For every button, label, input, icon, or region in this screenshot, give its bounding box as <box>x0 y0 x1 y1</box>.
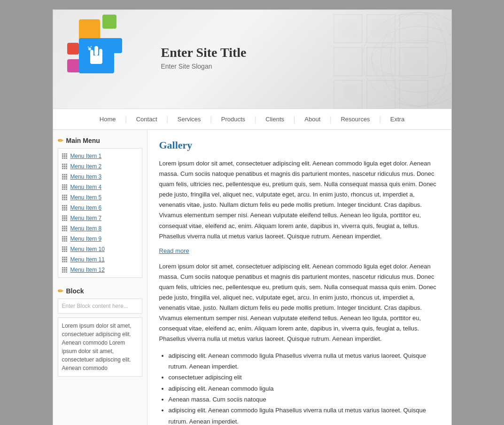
site-title-area: Enter Site Title Enter Site Slogan <box>161 45 247 70</box>
page-wrapper: Enter Site Title Enter Site Slogan Home … <box>53 9 452 425</box>
nav-link-extra[interactable]: Extra <box>381 109 414 129</box>
list-item[interactable]: Menu Item 5 <box>58 192 142 203</box>
list-item[interactable]: Menu Item 9 <box>58 234 142 244</box>
grid-icon-10 <box>62 246 68 252</box>
content-list: adipiscing elit. Aenean commodo ligula P… <box>159 350 440 425</box>
menu-item-7[interactable]: Menu Item 7 <box>70 215 102 221</box>
svg-rect-11 <box>404 52 423 71</box>
grid-icon-6 <box>62 205 68 211</box>
grid-icon-7 <box>62 215 68 221</box>
list-item[interactable]: Menu Item 8 <box>58 223 142 234</box>
svg-point-27 <box>91 46 92 47</box>
svg-point-26 <box>88 47 89 48</box>
site-slogan: Enter Site Slogan <box>161 63 247 70</box>
block-input[interactable]: Enter Block content here... <box>58 299 142 314</box>
grid-icon-11 <box>62 257 68 262</box>
nav-item-products[interactable]: Products <box>212 109 255 129</box>
logo-square-green <box>102 15 116 29</box>
svg-rect-3 <box>334 47 362 76</box>
main-menu-label: Main Menu <box>66 137 100 144</box>
list-item: consectetuer adipiscing elit <box>169 372 440 383</box>
nav-link-contact[interactable]: Contact <box>127 109 167 129</box>
menu-item-12[interactable]: Menu Item 12 <box>70 267 105 273</box>
grid-icon-12 <box>62 267 68 273</box>
list-item[interactable]: Menu Item 6 <box>58 203 142 213</box>
list-item[interactable]: Menu Item 1 <box>58 151 142 161</box>
svg-point-25 <box>88 47 91 50</box>
sidebar: ✏ Main Menu Menu Item 1 Menu Item 2 Menu… <box>53 130 147 425</box>
grid-icon-9 <box>62 236 68 242</box>
logo-icon <box>53 10 126 83</box>
svg-rect-24 <box>90 55 102 64</box>
menu-item-9[interactable]: Menu Item 9 <box>70 236 102 242</box>
nav-item-services[interactable]: Services <box>168 109 210 129</box>
nav-link-about[interactable]: About <box>295 109 330 129</box>
grid-icon-4 <box>62 184 68 190</box>
block-text: Lorem ipsum dolor sit amet, consectetuer… <box>58 317 142 377</box>
list-item[interactable]: Menu Item 10 <box>58 244 142 254</box>
grid-icon-1 <box>62 153 68 159</box>
list-item: adipiscing elit. Aenean commodo ligula P… <box>169 405 440 425</box>
list-item[interactable]: Menu Item 11 <box>58 254 142 265</box>
list-item[interactable]: Menu Item 7 <box>58 213 142 223</box>
nav-item-home[interactable]: Home <box>90 109 125 129</box>
site-title: Enter Site Title <box>161 45 247 60</box>
list-item: Aenean massa. Cum sociis natoque <box>169 394 440 405</box>
nav-item-clients[interactable]: Clients <box>256 109 294 129</box>
block-section: ✏ Block Enter Block content here... Lore… <box>58 287 142 377</box>
logo-square-orange <box>79 19 100 40</box>
main-menu-heading: ✏ Main Menu <box>58 137 142 144</box>
nav-item-about[interactable]: About <box>295 109 330 129</box>
content-area: ✏ Main Menu Menu Item 1 Menu Item 2 Menu… <box>53 130 451 425</box>
list-item[interactable]: Menu Item 12 <box>58 265 142 275</box>
grid-icon-8 <box>62 226 68 231</box>
svg-rect-8 <box>400 80 428 109</box>
content-paragraph-2: Lorem ipsum dolor sit amet, consectetuer… <box>159 261 440 345</box>
menu-item-11[interactable]: Menu Item 11 <box>70 256 105 263</box>
menu-item-1[interactable]: Menu Item 1 <box>70 153 102 159</box>
grid-icon-2 <box>62 164 68 169</box>
menu-item-8[interactable]: Menu Item 8 <box>70 225 102 232</box>
pencil-icon-block: ✏ <box>58 287 63 295</box>
grid-icon-3 <box>62 174 68 180</box>
menu-item-4[interactable]: Menu Item 4 <box>70 184 102 190</box>
pencil-icon: ✏ <box>58 137 63 144</box>
logo-main-square <box>79 38 114 73</box>
main-nav: Home | Contact | Services | Products | C… <box>53 109 451 130</box>
block-heading: ✏ Block <box>58 287 142 295</box>
menu-item-5[interactable]: Menu Item 5 <box>70 194 102 201</box>
nav-item-resources[interactable]: Resources <box>331 109 379 129</box>
logo-square-red <box>67 43 79 55</box>
read-more-link[interactable]: Read more <box>159 247 189 254</box>
header: Enter Site Title Enter Site Slogan <box>53 10 451 109</box>
list-item: adipiscing elit. Aenean commodo ligula P… <box>169 350 440 372</box>
list-item[interactable]: Menu Item 3 <box>58 172 142 182</box>
main-menu-box: Menu Item 1 Menu Item 2 Menu Item 3 Menu… <box>58 148 142 278</box>
main-content: Gallery Lorem ipsum dolor sit amet, cons… <box>147 130 451 425</box>
content-paragraph-1: Lorem ipsum dolor sit amet, consectetuer… <box>159 158 440 242</box>
nav-link-products[interactable]: Products <box>212 109 255 129</box>
nav-link-home[interactable]: Home <box>90 109 125 129</box>
list-item[interactable]: Menu Item 4 <box>58 182 142 192</box>
menu-item-6[interactable]: Menu Item 6 <box>70 205 102 211</box>
grid-icon-5 <box>62 195 68 200</box>
nav-link-resources[interactable]: Resources <box>331 109 379 129</box>
nav-item-extra[interactable]: Extra <box>381 109 414 129</box>
nav-item-contact[interactable]: Contact <box>127 109 167 129</box>
hand-icon <box>87 45 106 66</box>
logo-square-pink <box>67 59 80 72</box>
svg-rect-10 <box>372 19 390 38</box>
menu-item-2[interactable]: Menu Item 2 <box>70 163 102 170</box>
nav-link-services[interactable]: Services <box>168 109 210 129</box>
page-title: Gallery <box>159 139 440 151</box>
svg-rect-9 <box>339 19 357 38</box>
svg-rect-21 <box>94 46 98 55</box>
svg-line-15 <box>287 33 451 109</box>
svg-rect-12 <box>343 85 357 99</box>
menu-item-10[interactable]: Menu Item 10 <box>70 246 105 252</box>
list-item[interactable]: Menu Item 2 <box>58 161 142 172</box>
menu-item-3[interactable]: Menu Item 3 <box>70 173 102 180</box>
block-label: Block <box>66 287 84 295</box>
list-item: adipiscing elit. Aenean commodo ligula <box>169 383 440 394</box>
nav-link-clients[interactable]: Clients <box>256 109 294 129</box>
